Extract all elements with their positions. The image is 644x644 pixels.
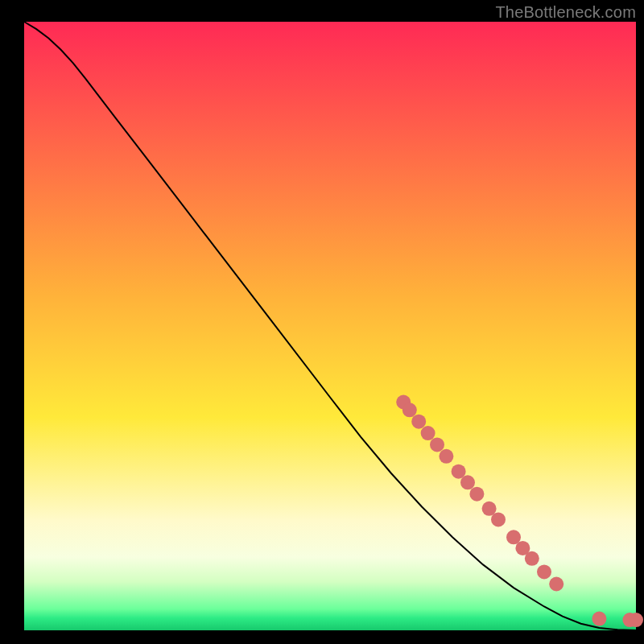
chart-stage: TheBottleneck.com <box>0 0 644 644</box>
chart-background-gradient <box>24 22 636 630</box>
chart-marker <box>469 487 484 502</box>
chart-marker <box>525 551 539 566</box>
chart-marker <box>592 612 606 626</box>
chart-marker <box>491 512 506 526</box>
chart-marker <box>537 564 551 579</box>
chart-marker <box>460 475 475 489</box>
chart-marker <box>549 577 564 592</box>
chart-marker <box>411 415 426 429</box>
chart-marker <box>439 449 453 464</box>
chart-marker <box>402 402 417 417</box>
chart-marker <box>421 426 436 440</box>
chart-svg <box>0 0 644 644</box>
chart-marker <box>430 437 444 452</box>
chart-marker <box>629 613 643 627</box>
